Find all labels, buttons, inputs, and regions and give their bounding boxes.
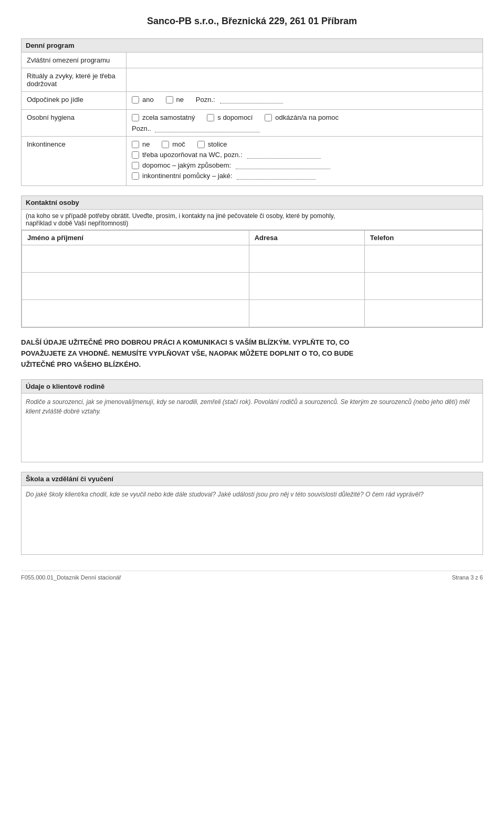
- rodina-section-content: Rodiče a sourozenci, jak se jmenovali/jm…: [22, 394, 482, 462]
- label-ink-pomucky: inkontinentní pomůcky – jaké:: [142, 172, 232, 180]
- row-content-odpocinek[interactable]: ano ne Pozn.:: [127, 92, 483, 110]
- contact-telefon-3: [364, 300, 482, 327]
- checkbox-ink-pomucky[interactable]: [132, 172, 139, 180]
- label-ink-ne: ne: [142, 140, 150, 148]
- footer-left: F055.000.01_Dotaznik Denní stacionář: [21, 574, 121, 581]
- checkbox-ink-treba[interactable]: [132, 151, 139, 159]
- section-denni-program: Denní program: [21, 38, 483, 52]
- table-row: [22, 273, 482, 300]
- label-ink-dopomoc: dopomoc – jakým způsobem:: [142, 161, 231, 169]
- contact-section: Kontaktní osoby (na koho se v případě po…: [21, 195, 483, 328]
- label-samostatny: zcela samostatný: [142, 113, 195, 121]
- contact-desc1: (na koho se v případě potřeby obrátit. U…: [26, 212, 335, 220]
- row-content-hygiena[interactable]: zcela samostatný s dopomocí odkázán/a na…: [127, 110, 483, 137]
- row-label-ritualy: Rituály a zvyky, které je třeba dodržova…: [22, 68, 127, 92]
- contact-adresa-3: [249, 300, 364, 327]
- table-row: [22, 245, 482, 273]
- row-label-inkontinence: Inkontinence: [22, 137, 127, 186]
- checkbox-dopomoci[interactable]: [207, 114, 214, 121]
- label-ink-moc: moč: [172, 140, 185, 148]
- contact-desc2: například v době Vaší nepřítomnosti): [26, 220, 128, 227]
- table-row: Jméno a příjmení Adresa Telefon: [22, 231, 482, 245]
- row-label-hygiena: Osobní hygiena: [22, 110, 127, 137]
- footer-right: Strana 3 z 6: [452, 574, 483, 581]
- contact-header: Kontaktní osoby: [22, 196, 482, 210]
- pozn-label-hygiena: Pozn.: [132, 125, 149, 132]
- ink-treba-dotted: [247, 151, 321, 159]
- pozn-label: Pozn.:: [196, 96, 215, 104]
- table-row: Odpočinek po jídle ano ne Pozn.:: [22, 92, 483, 110]
- table-row: Zvláštní omezení programu: [22, 53, 483, 68]
- row-content-omezeni: [127, 53, 483, 68]
- contact-adresa-1: [249, 245, 364, 273]
- footer: F055.000.01_Dotaznik Denní stacionář Str…: [21, 571, 483, 581]
- label-dopomoci: s dopomocí: [217, 113, 253, 121]
- checkbox-ink-moc[interactable]: [162, 141, 169, 148]
- row-label-omezeni: Zvláštní omezení programu: [22, 53, 127, 68]
- label-ne: ne: [176, 96, 184, 104]
- table-row: Inkontinence ne moč stolice třeba upozor…: [22, 137, 483, 186]
- checkbox-ne[interactable]: [166, 96, 173, 104]
- col-jmeno: Jméno a příjmení: [22, 231, 249, 245]
- pozn-dot: .: [149, 125, 151, 132]
- skola-section: Škola a vzdělání či vyučení Do jaké škol…: [21, 472, 483, 555]
- checkbox-ano[interactable]: [132, 96, 139, 104]
- label-odkazan: odkázán/a na pomoc: [275, 113, 339, 121]
- contact-telefon-1: [364, 245, 482, 273]
- table-row: Rituály a zvyky, které je třeba dodržova…: [22, 68, 483, 92]
- label-ink-treba: třeba upozorňovat na WC, pozn.:: [142, 151, 243, 159]
- skola-section-content: Do jaké školy klient/ka chodil, kde se v…: [22, 486, 482, 554]
- checkbox-samostatny[interactable]: [132, 114, 139, 121]
- row-content-ritualy: [127, 68, 483, 92]
- contact-jmeno-3: [22, 300, 249, 327]
- checkbox-odkazan[interactable]: [265, 114, 272, 121]
- skola-section-header: Škola a vzdělání či vyučení: [22, 472, 482, 486]
- contact-description: (na koho se v případě potřeby obrátit. U…: [22, 210, 482, 230]
- page-title: Sanco-PB s.r.o., Březnická 229, 261 01 P…: [21, 16, 483, 27]
- pozn-dotted-hygiena: [155, 125, 260, 132]
- info-line3: UŽITEČNÉ PRO VAŠEHO BLÍZKÉHO.: [21, 359, 483, 370]
- contact-jmeno-1: [22, 245, 249, 273]
- table-row: [22, 300, 482, 327]
- contact-telefon-2: [364, 273, 482, 300]
- checkbox-ink-ne[interactable]: [132, 141, 139, 148]
- rodina-section: Údaje o klientově rodině Rodiče a souroz…: [21, 379, 483, 462]
- rodina-section-header: Údaje o klientově rodině: [22, 380, 482, 394]
- table-row: Osobní hygiena zcela samostatný s dopomo…: [22, 110, 483, 137]
- contact-adresa-2: [249, 273, 364, 300]
- info-block: DALŠÍ ÚDAJE UŽITEČNÉ PRO DOBROU PRÁCI A …: [21, 337, 483, 370]
- col-telefon: Telefon: [364, 231, 482, 245]
- col-adresa: Adresa: [249, 231, 364, 245]
- denni-program-table: Zvláštní omezení programu Rituály a zvyk…: [21, 52, 483, 186]
- label-ink-stolice: stolice: [208, 140, 227, 148]
- row-label-odpocinek: Odpočinek po jídle: [22, 92, 127, 110]
- label-ano: ano: [142, 96, 154, 104]
- info-text: DALŠÍ ÚDAJE UŽITEČNÉ PRO DOBROU PRÁCI A …: [21, 337, 483, 370]
- row-content-inkontinence[interactable]: ne moč stolice třeba upozorňovat na WC, …: [127, 137, 483, 186]
- contact-table: Jméno a příjmení Adresa Telefon: [22, 230, 482, 327]
- info-line2: POVAŽUJETE ZA VHODNÉ. NEMUSÍTE VYPLŇOVAT…: [21, 348, 483, 359]
- info-line1: DALŠÍ ÚDAJE UŽITEČNÉ PRO DOBROU PRÁCI A …: [21, 337, 483, 348]
- pozn-dotted: [220, 96, 283, 104]
- ink-dopomoc-dotted: [236, 162, 330, 169]
- skola-description: Do jaké školy klient/ka chodil, kde se v…: [26, 491, 424, 498]
- checkbox-ink-stolice[interactable]: [197, 141, 205, 148]
- rodina-description: Rodiče a sourozenci, jak se jmenovali/jm…: [26, 398, 469, 415]
- checkbox-ink-dopomoc[interactable]: [132, 162, 139, 169]
- ink-pomucky-dotted: [237, 172, 316, 180]
- contact-jmeno-2: [22, 273, 249, 300]
